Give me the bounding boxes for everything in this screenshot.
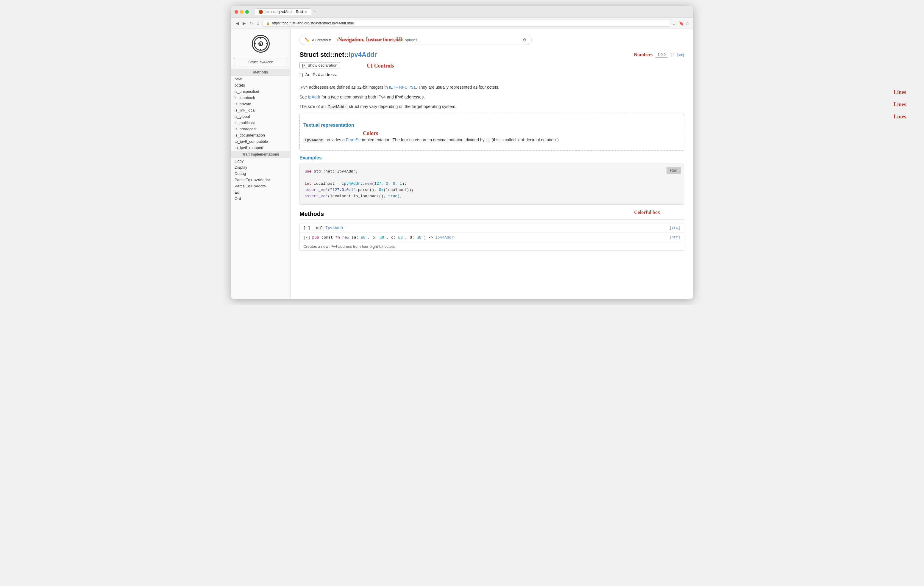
impl-block: [-] impl Ipv4Addr [src] [-] pub const fn… <box>299 223 684 251</box>
sidebar-struct-label[interactable]: Struct Ipv4Addr <box>234 58 287 66</box>
method-collapse-btn[interactable]: [-] <box>304 235 310 240</box>
chevron-down-icon: ▾ <box>329 38 331 42</box>
sidebar-item-copy[interactable]: Copy <box>231 158 290 164</box>
title-bar: std::net::Ipv4Addr - Rust ✕ + <box>231 6 693 18</box>
traffic-lights <box>234 10 249 14</box>
sidebar-methods-header: Methods <box>231 69 290 76</box>
textual-repr-body: Ipv4Addr provides a FromStr implementati… <box>304 137 680 144</box>
ipaddr-link[interactable]: IpAddr <box>308 95 320 99</box>
sidebar-item-is-global[interactable]: is_global <box>231 114 290 120</box>
annotation-navigation: Navigation, Instructions, UI <box>338 36 402 43</box>
sidebar-item-partialeq-ipv4addr[interactable]: PartialEq<Ipv4Addr> <box>231 177 290 183</box>
impl-collapse-btn[interactable]: [-] <box>304 226 310 230</box>
method-name: new <box>342 235 349 240</box>
struct-title: Struct std::net::Ipv4Addr <box>299 51 377 59</box>
methods-section-header: Methods <box>299 211 684 219</box>
sidebar-item-is-broadcast[interactable]: is_broadcast <box>231 126 290 132</box>
sidebar: R Struct Ipv4Addr Methods new octets is_… <box>231 29 290 299</box>
collapse-src-btn[interactable]: [-] <box>671 53 674 57</box>
extensions-icon[interactable]: … <box>673 21 677 26</box>
struct-prefix: Struct std::net:: <box>299 51 348 58</box>
fromstr-link[interactable]: FromStr <box>346 137 361 142</box>
bookmark-icon[interactable]: 🔖 <box>679 21 684 26</box>
sidebar-item-partialeq-ipaddr[interactable]: PartialEq<IpAddr> <box>231 183 290 189</box>
header-controls: Numbers 1.0.0 [-] [src] <box>634 52 684 58</box>
code-block: Run Colorful box use std::net::Ipv4Addr;… <box>299 164 684 205</box>
rust-logo-circle: R <box>252 35 270 53</box>
sidebar-item-eq[interactable]: Eq <box>231 189 290 196</box>
tab-close-button[interactable]: ✕ <box>305 10 307 14</box>
sidebar-item-to-ipv6-compatible[interactable]: to_ipv6_compatible <box>231 138 290 145</box>
svg-text:R: R <box>259 41 262 46</box>
rust-logo: R <box>231 32 290 56</box>
search-bar[interactable]: ✏️ All crates ▾ ⚙ <box>299 35 532 45</box>
svg-rect-6 <box>266 43 267 44</box>
description-para2: See IpAddr for a type encompassing both … <box>299 94 684 100</box>
active-tab[interactable]: std::net::Ipv4Addr - Rust ✕ <box>255 8 311 15</box>
url-bar[interactable]: 🔒 https://doc.rust-lang.org/std/net/stru… <box>262 20 670 27</box>
sidebar-methods-list: new octets is_unspecified is_loopback is… <box>231 76 290 151</box>
impl-keyword: impl <box>314 226 325 230</box>
sidebar-item-octets[interactable]: octets <box>231 82 290 88</box>
edit-icon: ✏️ <box>305 38 310 42</box>
minimize-button[interactable] <box>240 10 244 14</box>
code-line-3: assert_eq!("127.0.0.1".parse(), Ok(local… <box>305 187 679 193</box>
sidebar-trait-impls-list: Copy Display Debug PartialEq<Ipv4Addr> P… <box>231 158 290 202</box>
sidebar-item-to-ipv6-mapped[interactable]: to_ipv6_mapped <box>231 145 290 151</box>
sidebar-item-is-link-local[interactable]: is_link_local <box>231 107 290 114</box>
fullscreen-button[interactable] <box>245 10 249 14</box>
description-short: An IPv4 address. <box>305 71 337 78</box>
description-para1: IPv4 addresses are defined as 32-bit int… <box>299 84 684 91</box>
sidebar-item-debug[interactable]: Debug <box>231 170 290 177</box>
svg-rect-3 <box>260 37 261 39</box>
method-return-type[interactable]: Ipv4Addr <box>435 235 454 240</box>
sidebar-item-display[interactable]: Display <box>231 164 290 170</box>
ietf-rfc-link[interactable]: IETF RFC 791 <box>389 85 416 89</box>
sidebar-item-is-unspecified[interactable]: is_unspecified <box>231 88 290 95</box>
forward-button[interactable]: ▶ <box>241 20 247 26</box>
method-row: [-] pub const fn new (a: u8 , b: u8 , c:… <box>300 233 684 242</box>
crates-dropdown[interactable]: All crates ▾ <box>312 38 334 42</box>
url-text: https://doc.rust-lang.org/std/net/struct… <box>272 21 354 25</box>
sidebar-item-is-loopback[interactable]: is_loopback <box>231 95 290 101</box>
page-header: Struct std::net::Ipv4Addr Numbers 1.0.0 … <box>299 51 684 59</box>
code-line-4: assert_eq!(localhost.is_loopback(), true… <box>305 193 679 199</box>
show-declaration-btn[interactable]: [+] Show declaration <box>299 62 340 68</box>
annotation-colorful-box: Colorful box <box>634 209 660 216</box>
impl-src-link[interactable]: [src] <box>670 226 680 230</box>
sidebar-item-is-private[interactable]: is_private <box>231 101 290 107</box>
lock-icon: 🔒 <box>266 21 270 25</box>
sidebar-item-is-documentation[interactable]: is_documentation <box>231 132 290 138</box>
version-badge: 1.0.0 <box>655 52 668 58</box>
address-actions: … 🔖 ☆ <box>673 21 690 26</box>
back-button[interactable]: ◀ <box>234 20 240 26</box>
sidebar-item-new[interactable]: new <box>231 76 290 82</box>
collapse-description-btn[interactable]: [-] <box>299 72 303 77</box>
annotation-colors: Colors <box>363 130 378 136</box>
nav-buttons: ◀ ▶ ↻ ⌂ <box>234 20 260 26</box>
annotation-ui-controls: UI Controls <box>367 63 394 69</box>
sidebar-item-is-multicast[interactable]: is_multicast <box>231 120 290 126</box>
star-icon[interactable]: ☆ <box>686 21 690 26</box>
code-line-1: use std::net::Ipv4Addr; <box>305 169 679 175</box>
examples-header: Examples <box>299 155 684 161</box>
doc-content: ✏️ All crates ▾ ⚙ Navigation, Instructio… <box>290 29 693 299</box>
run-button[interactable]: Run <box>667 167 681 174</box>
address-bar: ◀ ▶ ↻ ⌂ 🔒 https://doc.rust-lang.org/std/… <box>231 18 693 29</box>
settings-icon[interactable]: ⚙ <box>523 38 526 42</box>
method-src-link[interactable]: [src] <box>670 235 680 239</box>
impl-header: [-] impl Ipv4Addr [src] <box>300 224 684 233</box>
impl-type-link[interactable]: Ipv4Addr <box>325 226 344 230</box>
code-line-2: let localhost = Ipv4Addr::new(127, 0, 0,… <box>305 181 679 187</box>
tab-title: std::net::Ipv4Addr - Rust <box>265 10 303 14</box>
svg-rect-5 <box>254 43 256 44</box>
svg-rect-4 <box>260 49 261 51</box>
close-button[interactable] <box>234 10 238 14</box>
src-link[interactable]: [src] <box>676 53 684 57</box>
description-para3: The size of an Ipv4Addr struct may vary … <box>299 103 684 110</box>
reload-button[interactable]: ↻ <box>248 20 254 26</box>
sidebar-item-ord[interactable]: Ord <box>231 196 290 202</box>
home-button[interactable]: ⌂ <box>256 20 260 26</box>
new-tab-button[interactable]: + <box>314 9 316 15</box>
tab-favicon <box>259 10 263 14</box>
